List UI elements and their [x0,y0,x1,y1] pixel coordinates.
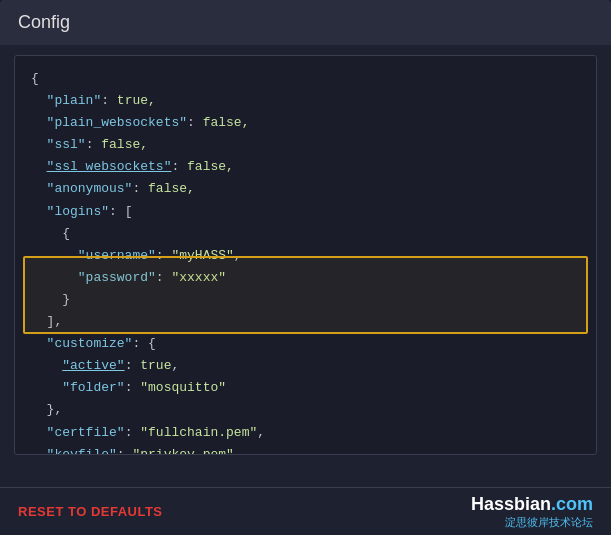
code-line-inner-close: } [31,289,580,311]
code-line-certfile: "certfile": "fullchain.pem", [31,422,580,444]
code-line-bracket-close: ], [31,311,580,333]
code-line-plain: "plain": true, [31,90,580,112]
watermark-brand: Hassbian.com [471,494,593,516]
watermark: Hassbian.com 淀思彼岸技术论坛 [471,494,593,529]
code-line-keyfile: "keyfile": "privkey.pem" [31,444,580,455]
code-line-brace-open: { [31,68,580,90]
watermark-tld: .com [551,494,593,514]
code-line-customize-close: }, [31,399,580,421]
code-line-password: "password": "xxxxx" [31,267,580,289]
code-line-logins: "logins": [ [31,201,580,223]
watermark-hassbian: Hassbian [471,494,551,514]
page-title: Config [18,12,593,33]
title-bar: Config [0,0,611,45]
code-line-inner-brace: { [31,223,580,245]
watermark-subtitle: 淀思彼岸技术论坛 [505,516,593,529]
reset-defaults-button[interactable]: RESET TO DEFAULTS [18,504,163,519]
code-line-username: "username": "myHASS", [31,245,580,267]
footer: RESET TO DEFAULTS Hassbian.com 淀思彼岸技术论坛 [0,487,611,535]
code-line-folder: "folder": "mosquitto" [31,377,580,399]
content-area: { "plain": true, "plain_websockets": fal… [0,45,611,487]
config-window: Config { "plain": true, "plain_websocket… [0,0,611,535]
code-block: { "plain": true, "plain_websockets": fal… [14,55,597,455]
code-line-customize: "customize": { [31,333,580,355]
code-line-anon: "anonymous": false, [31,178,580,200]
code-line-active: "active": true, [31,355,580,377]
code-line-plain-ws: "plain_websockets": false, [31,112,580,134]
code-line-ssl: "ssl": false, [31,134,580,156]
code-line-ssl-ws: "ssl_websockets": false, [31,156,580,178]
